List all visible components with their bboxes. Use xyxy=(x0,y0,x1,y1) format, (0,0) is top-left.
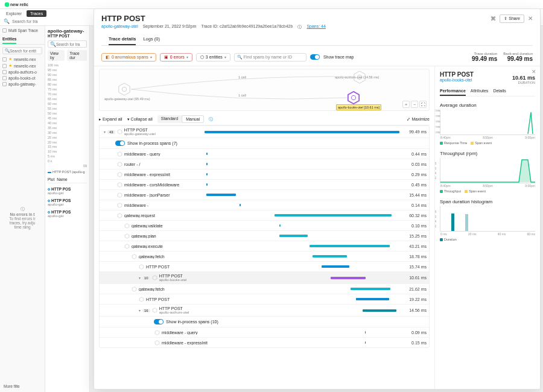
entities-pill[interactable]: ⬡3 entities▾ xyxy=(196,53,230,62)
span-label: middleware - xyxy=(124,203,203,207)
span-row[interactable]: middleware - jsonParser15.44 ms xyxy=(100,189,429,200)
mid-column: apollo-gateway- HTTP POST 🔍 View by Trac… xyxy=(45,26,90,392)
trace-search[interactable]: 🔍 xyxy=(48,40,87,48)
fit-button[interactable]: ⛶ xyxy=(419,101,427,108)
show-inprocess-toggle[interactable]: Show in-process spans (10) xyxy=(100,316,429,327)
span-duration: 0.10 ms xyxy=(401,224,427,228)
entity-search-input[interactable] xyxy=(10,49,40,53)
multi-span-checkbox[interactable]: Multi Span Trace xyxy=(2,28,42,33)
span-row[interactable]: gateway.fetch18.78 ms xyxy=(100,251,429,261)
chevron-down-icon[interactable]: ▾ xyxy=(104,130,106,134)
map-node-gateway[interactable] xyxy=(118,83,131,96)
hex-icon xyxy=(139,264,144,270)
span-row[interactable]: gateway.fetch21.62 ms xyxy=(100,283,429,294)
hex-icon xyxy=(154,340,160,346)
panel-title: HTTP POST xyxy=(101,14,145,23)
tab-traces[interactable]: Traces xyxy=(27,10,46,17)
show-inprocess-toggle[interactable]: Show in-process spans (7) xyxy=(100,138,429,148)
map-label-gateway: apollo-gateway-otel (95.49 ms) xyxy=(104,97,150,101)
span-label: gateway.validate xyxy=(132,224,210,228)
anomalous-spans-pill[interactable]: ◧0 anomalous spans▾ xyxy=(101,53,156,62)
view-by-select[interactable]: Trace dur xyxy=(67,50,87,61)
span-row[interactable]: ▾10HTTP POSTapollo-books-otel10.61 ms xyxy=(100,271,429,283)
manual-mode-button[interactable]: Manual xyxy=(182,115,204,123)
maximize-button[interactable]: ⤢ Maximize xyxy=(407,117,430,122)
span-label: HTTP POST xyxy=(146,297,224,302)
entity-item[interactable]: ★newrelic-nex xyxy=(2,57,42,62)
span-row[interactable]: middleware - corsMiddleware0.45 ms xyxy=(100,179,429,189)
hex-icon xyxy=(132,286,137,292)
standard-mode-button[interactable]: Standard xyxy=(157,115,182,123)
close-detail-button[interactable]: ✕ xyxy=(532,69,536,75)
hex-icon xyxy=(154,330,160,335)
entity-item[interactable]: apollo-gateway- xyxy=(2,82,42,86)
collapse-all-button[interactable]: ▾ Collapse all xyxy=(127,117,153,122)
more-filters-link[interactable]: More filte xyxy=(4,384,20,388)
share-button[interactable]: ⇪Share xyxy=(500,14,524,23)
errors-pill[interactable]: ▣0 errors▾ xyxy=(160,53,192,62)
panel-tabs: Trace details Logs (0) xyxy=(101,34,533,46)
span-row[interactable]: HTTP POST15.74 ms xyxy=(100,261,429,271)
span-row[interactable]: gateway.execute43.21 ms xyxy=(100,241,429,251)
zoom-out-button[interactable]: − xyxy=(411,101,418,108)
find-spans-input[interactable]: 🔍 Find spans by name or ID xyxy=(234,53,306,62)
span-bar-zone xyxy=(205,151,399,157)
span-row[interactable]: gateway.request60.32 ms xyxy=(100,210,429,220)
search-icon: 🔍 xyxy=(5,48,10,53)
entity-item[interactable]: apollo-books-ot xyxy=(2,76,42,80)
entity-item[interactable]: ★newrelic-nex xyxy=(2,63,42,68)
tab-trace-details[interactable]: Trace details xyxy=(109,34,136,45)
span-row[interactable]: middleware - query0.09 ms xyxy=(100,327,429,337)
query-builder-icon[interactable]: ⌘ xyxy=(491,16,496,22)
span-row[interactable]: middleware - expressInit0.15 ms xyxy=(100,337,429,347)
trace-search-input[interactable] xyxy=(56,42,84,46)
span-row[interactable]: ▾43HTTP POSTapollo-gateway-otel99.49 ms xyxy=(100,126,429,138)
trace-map[interactable]: apollo-gateway-otel (95.49 ms) apollo-au… xyxy=(99,69,430,111)
span-bar-zone xyxy=(205,161,399,167)
span-row[interactable]: HTTP POST19.22 ms xyxy=(100,294,429,304)
span-row[interactable]: middleware - expressInit0.29 ms xyxy=(100,169,429,179)
span-duration: 0.29 ms xyxy=(401,172,427,177)
span-row[interactable]: router - /0.03 ms xyxy=(100,159,429,169)
detail-service-link[interactable]: apollo-books-otel xyxy=(440,78,474,82)
svg-marker-0 xyxy=(119,83,130,95)
close-panel-button[interactable]: ✕ xyxy=(528,15,533,22)
entity-search[interactable]: 🔍 xyxy=(2,47,42,54)
info-icon[interactable]: ⓘ xyxy=(297,24,302,30)
entity-item[interactable]: apollo-authors-o xyxy=(2,70,42,74)
span-row[interactable]: middleware - query0.44 ms xyxy=(100,148,429,159)
chevron-down-icon[interactable]: ▾ xyxy=(139,276,141,280)
span-row[interactable]: gateway.plan15.25 ms xyxy=(100,230,429,241)
svg-marker-16 xyxy=(125,244,129,248)
span-bar-zone xyxy=(240,275,399,281)
mid-title: apollo-gateway- xyxy=(48,28,87,34)
span-duration: 14.56 ms xyxy=(401,308,427,312)
span-row[interactable]: ▾16HTTP POSTapollo-authors-otel14.56 ms xyxy=(100,304,429,316)
trace-row[interactable]: HTTP POSapollo-gat xyxy=(48,198,87,206)
span-row[interactable]: middleware - 0.14 ms xyxy=(100,200,429,210)
svg-marker-19 xyxy=(153,276,157,280)
tab-attributes[interactable]: Attributes xyxy=(471,87,489,96)
expand-all-button[interactable]: ▸ Expand all xyxy=(99,117,122,122)
spans-link[interactable]: Spans: 44 xyxy=(306,24,326,30)
info-icon[interactable]: ⓘ xyxy=(209,116,213,122)
show-trace-map-toggle[interactable] xyxy=(310,54,320,60)
trace-row[interactable]: HTTP POSapollo-gat xyxy=(48,210,87,218)
zoom-in-button[interactable]: + xyxy=(402,101,410,108)
tab-details[interactable]: Details xyxy=(493,87,506,96)
tab-logs[interactable]: Logs (0) xyxy=(143,34,160,45)
chevron-down-icon[interactable]: ▾ xyxy=(139,308,141,312)
duration-summary: Trace duration99.49 ms Back-end duration… xyxy=(472,52,533,62)
tab-performance[interactable]: Performance xyxy=(440,87,466,96)
span-bar-zone xyxy=(205,212,399,218)
brand-logo[interactable]: new relic xyxy=(5,2,28,7)
svg-marker-20 xyxy=(132,286,136,291)
panel-service-link[interactable]: apollo-gateway-otel xyxy=(101,24,138,30)
map-node-books[interactable] xyxy=(347,91,360,104)
span-row[interactable]: gateway.validate0.10 ms xyxy=(100,220,429,230)
tab-explorer[interactable]: Explorer xyxy=(2,10,25,17)
sidebar-tab-entities[interactable]: Entities xyxy=(2,35,16,44)
show-trace-map-label: Show trace map xyxy=(323,55,354,59)
trace-row[interactable]: HTTP POSapollo-gat xyxy=(48,187,87,195)
hex-icon xyxy=(117,192,122,198)
